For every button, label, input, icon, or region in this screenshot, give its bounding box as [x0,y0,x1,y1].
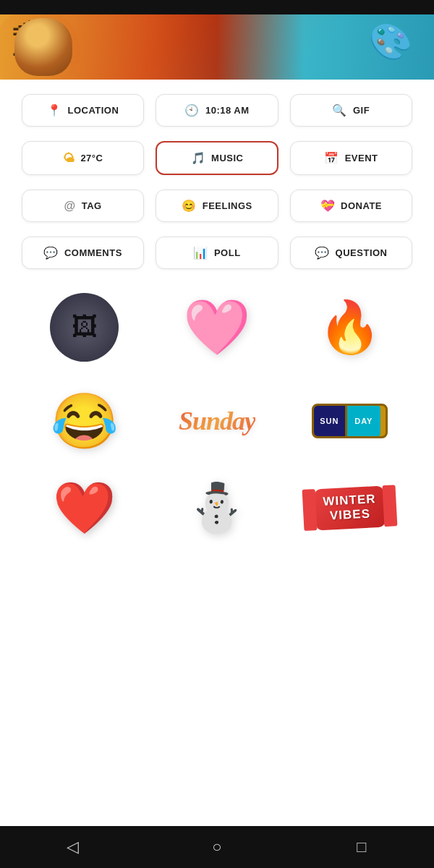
event-icon: 📅 [324,151,339,165]
poll-label: POLL [214,247,241,258]
fire-emoji: 🔥 [318,302,381,352]
sticker-row-1: 🩷 🔥 [22,284,412,370]
home-icon: ○ [212,838,221,856]
feelings-label: FEELINGS [203,200,252,211]
location-label: LOCATION [67,105,119,116]
poll-button[interactable]: 📊 POLL [156,237,278,269]
sticker-winter[interactable]: WINTER VIBES [287,472,412,544]
comments-icon: 💬 [43,246,59,260]
heart-emoji: 🩷 [183,300,251,354]
donate-button[interactable]: 💝 DONATE [290,190,412,222]
feelings-icon: 😊 [182,199,197,213]
music-button[interactable]: 🎵 MUSIC [156,141,278,175]
sunday-sticker: Sunday [179,406,255,436]
winter-sticker: WINTER VIBES [313,485,386,530]
button-row-1: 📍 LOCATION 🕙 10:18 AM 🔍 GIF [22,94,412,127]
time-button[interactable]: 🕙 10:18 AM [156,94,278,127]
question-label: QUESTION [336,247,388,258]
temp-label: 27°C [80,153,103,163]
gif-button[interactable]: 🔍 GIF [290,94,412,127]
recent-button[interactable]: □ [346,831,378,863]
button-row-3: @ TAG 😊 FEELINGS 💝 DONATE [22,190,412,222]
tag-label: TAG [82,200,102,211]
temp-button[interactable]: 🌤 27°C [22,141,144,175]
event-label: EVENT [345,153,378,163]
question-button[interactable]: 💬 QUESTION [290,237,412,269]
back-icon: ◁ [67,838,79,856]
winter-text2: VIBES [329,507,370,524]
temp-icon: 🌤 [63,152,75,165]
sun-right: DAY [347,406,380,436]
feelings-button[interactable]: 😊 FEELINGS [156,190,278,222]
poll-icon: 📊 [193,246,208,260]
button-row-2: 🌤 27°C 🎵 MUSIC 📅 EVENT [22,141,412,175]
music-icon: 🎵 [191,151,206,165]
time-label: 10:18 AM [205,105,250,116]
laugh-emoji: 😂 [51,394,119,448]
back-button[interactable]: ◁ [56,831,88,863]
donate-icon: 💝 [320,199,336,213]
location-button[interactable]: 📍 LOCATION [22,94,144,127]
comments-button[interactable]: 💬 COMMENTS [22,237,144,269]
gif-label: GIF [353,105,370,116]
donate-label: DONATE [341,200,382,211]
gif-icon: 🔍 [332,103,347,117]
sticker-snowman[interactable]: ⛄ [154,472,279,544]
sticker-heart2[interactable]: ❤️ [22,472,147,544]
sticker-photo[interactable] [22,284,147,370]
bottom-navigation: ◁ ○ □ [0,826,434,868]
question-icon: 💬 [315,246,330,260]
home-button[interactable]: ○ [201,831,233,863]
tag-button[interactable]: @ TAG [22,190,144,222]
music-label: MUSIC [211,153,243,163]
sun-left: SUN [314,406,347,436]
tag-icon: @ [64,200,76,213]
heart2-emoji: ❤️ [53,478,116,537]
location-icon: 📍 [47,103,62,117]
recent-icon: □ [357,838,366,856]
button-row-4: 💬 COMMENTS 📊 POLL 💬 QUESTION [22,237,412,269]
sticker-sunday2[interactable]: SUN DAY [287,378,412,464]
sticker-row-3: ❤️ ⛄ WINTER VIBES [22,472,412,544]
status-bar [0,0,434,14]
time-icon: 🕙 [184,103,200,117]
sticker-sunday-text[interactable]: Sunday [154,378,279,464]
photo-circle-sticker [50,293,119,362]
sunglasses-sticker: SUN DAY [312,404,388,438]
sticker-heart[interactable]: 🩷 [154,284,279,370]
comments-label: COMMENTS [64,247,122,258]
header-image: 🏛 🎨 [0,14,434,80]
event-button[interactable]: 📅 EVENT [290,141,412,175]
snowman-emoji: ⛄ [187,480,246,535]
sticker-row-2: 😂 Sunday SUN DAY [22,378,412,464]
sticker-fire[interactable]: 🔥 [287,284,412,370]
sticker-laugh[interactable]: 😂 [22,378,147,464]
main-content: 📍 LOCATION 🕙 10:18 AM 🔍 GIF 🌤 27°C 🎵 MUS… [0,80,434,558]
